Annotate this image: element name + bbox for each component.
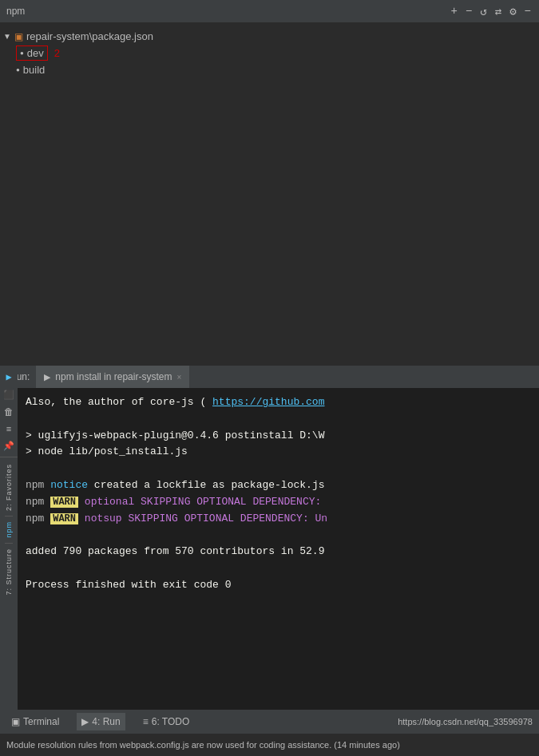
divider-line [5,516,13,517]
todo-label: 6: TODO [152,716,190,727]
settings-icon[interactable]: ⚙ [508,3,517,20]
console-lockfile: created a lockfile as package-lock.js [88,479,324,491]
console-added: added 790 packages from 570 contributors… [26,545,324,557]
tree-dev-item[interactable]: ● dev 2 [16,44,536,62]
console-node: > node lib/post_install.js [26,445,188,457]
console-line-7: npm WARN optional SKIPPING OPTIONAL DEPE… [26,494,531,511]
collapse-icon[interactable]: − [523,3,533,19]
console-line-10: added 790 packages from 570 contributors… [26,544,531,560]
console-the: the [63,396,81,408]
todo-tab[interactable]: ≡ 6: TODO [138,713,195,730]
console-line-12: Process finished with exit code 0 [26,577,531,594]
npm-label[interactable]: npm [5,518,13,541]
info-bar: Module resolution rules from webpack.con… [0,734,539,756]
bottom-panel: Run: ▶ npm install in repair-system × Al… [0,366,539,756]
run-toolbar: Run: ▶ npm install in repair-system × [0,366,539,388]
tree-arrow: ▼ [3,32,11,41]
run-status-tab[interactable]: ▶ 4: Run [77,713,125,730]
console-npm-2: npm [26,496,50,508]
stop-icon[interactable]: ⬛ [0,387,18,402]
run-tab-label: npm install in repair-system [55,371,172,382]
console-npm-3: npm [26,513,50,524]
console-blank-4 [26,560,531,577]
build-bullet: ● [16,66,20,73]
sync-icon[interactable]: ⇄ [493,3,503,20]
run-status-icon: ▶ [81,716,89,727]
terminal-label: Terminal [23,716,59,727]
tree-root[interactable]: ▼ ▣ repair-system\package.json [3,29,536,44]
favorites-label[interactable]: 2: Favorites [5,461,13,514]
trash-icon[interactable]: 🗑 [0,404,18,421]
console-text2: author of core-js ( [81,396,212,408]
todo-icon: ≡ [143,716,149,727]
console-notice: notice [50,479,88,491]
console-line-3: > uglifyjs-webpack-plugin@0.4.6 postinst… [26,428,531,445]
console-blank-3 [26,527,531,544]
console-blank-1 [26,411,531,428]
run-tab[interactable]: ▶ npm install in repair-system × [36,366,189,388]
console-process: Process finished with exit code 0 [26,579,231,591]
npm-panel: npm + − ↺ ⇄ ⚙ − ▼ ▣ repair-system\packag… [0,0,539,366]
status-bar: ▣ Terminal ▶ 4: Run ≡ 6: TODO https://bl… [0,710,539,734]
console-line-8: npm WARN notsup SKIPPING OPTIONAL DEPEND… [26,511,531,528]
terminal-icon: ▣ [11,716,20,727]
dev-number: 2 [54,47,60,59]
console-link[interactable]: https://github.com [212,396,324,408]
console-uglify: > uglifyjs-webpack-plugin@0.4.6 postinst… [26,429,324,441]
console-content: Also, the author of core-js ( https://gi… [18,388,539,756]
info-bar-text: Module resolution rules from webpack.con… [6,740,400,750]
tree-root-label: repair-system\package.json [26,30,153,42]
file-icon: ▣ [14,31,23,42]
console-npm-1: npm [26,479,50,491]
run-tab-close[interactable]: × [176,373,181,382]
console-warn-1: WARN [50,497,78,508]
console-blank-2 [26,461,531,477]
pin-icon[interactable]: 📌 [0,438,18,453]
console-optional-1: optional SKIPPING OPTIONAL DEPENDENCY: [78,496,321,508]
dev-box[interactable]: ● dev [16,46,48,61]
run-status-label: 4: Run [92,716,120,727]
dev-label: dev [27,47,44,59]
list-icon[interactable]: ≡ [0,422,18,437]
console-warn-2: WARN [50,513,78,524]
npm-panel-title: npm [6,6,25,17]
add-icon[interactable]: + [449,3,458,19]
top-toolbar: npm + − ↺ ⇄ ⚙ − [0,0,539,22]
console-text: Also, [26,396,63,408]
console-line-4: > node lib/post_install.js [26,444,531,461]
run-tab-icon: ▶ [44,372,50,382]
console-line-6: npm notice created a lockfile as package… [26,477,531,494]
status-url[interactable]: https://blog.csdn.net/qq_33596978 [398,717,533,726]
divider-line2 [5,543,13,544]
dev-bullet: ● [20,49,24,57]
side-sections-container: 2: Favorites npm 7: Structure [5,457,13,710]
refresh-icon[interactable]: ↺ [478,3,488,20]
run-icon[interactable]: ▶ [0,369,18,386]
side-run-section: ▶ ⬛ 🗑 ≡ 📌 [0,366,18,457]
tree-build-item[interactable]: ● build [16,62,536,77]
structure-label[interactable]: 7: Structure [5,545,13,599]
console-line-1: Also, the author of core-js ( https://gi… [26,394,531,411]
npm-tree: ▼ ▣ repair-system\package.json ● dev 2 ●… [0,22,539,366]
console-optional-2: notsup SKIPPING OPTIONAL DEPENDENCY: Un [78,513,327,524]
minus-icon[interactable]: − [464,3,474,19]
terminal-tab[interactable]: ▣ Terminal [6,713,64,730]
side-labels: ▶ ⬛ 🗑 ≡ 📌 2: Favorites npm 7: Structure [0,366,18,710]
toolbar-actions: + − ↺ ⇄ ⚙ − [449,3,533,20]
build-label: build [23,64,45,76]
